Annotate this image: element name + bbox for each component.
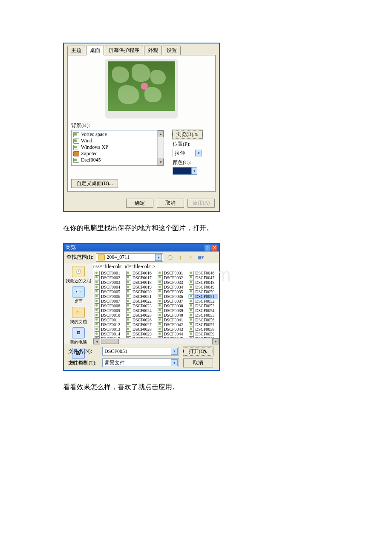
file-item[interactable]: DSCF0046 [188,271,218,275]
close-icon[interactable]: ✕ [211,245,217,251]
file-type-select[interactable]: 背景文件 ▾ [102,358,179,367]
scroll-up-icon[interactable]: ▴ [158,130,164,137]
tab-screensaver[interactable]: 屏幕保护程序 [105,46,143,55]
file-item[interactable]: DSCF0012 [94,322,124,327]
file-item[interactable]: DSCF0010 [94,313,124,318]
file-item[interactable]: DSCF0018 [126,280,156,285]
file-item[interactable]: DSCF0047 [188,275,218,280]
file-item[interactable]: DSCF0058 [188,327,218,332]
sidebar-item-computer[interactable]: 🖥我的电脑 [70,327,87,345]
file-item[interactable]: DSCF0001 [94,271,124,275]
look-in-select[interactable]: 2004_0711 ▾ [96,253,163,262]
file-item[interactable]: DSCF0016 [126,271,156,275]
file-item[interactable]: DSCF0036 [157,294,187,299]
chevron-down-icon[interactable]: ▾ [191,168,197,174]
file-item[interactable]: DSCF0024 [126,308,156,313]
file-item[interactable]: DSCF0003 [94,280,124,285]
scrollbar-vertical[interactable]: ▴ ▾ [157,130,164,165]
file-item[interactable]: DSCF0051 [188,294,218,299]
file-item[interactable]: DSCF0043 [157,327,187,332]
scroll-thumb[interactable] [101,339,119,344]
list-item[interactable]: Zapotec [72,150,163,157]
file-item[interactable]: DSCF0038 [157,304,187,308]
file-item[interactable]: DSCF0059 [188,332,218,336]
file-item[interactable]: DSCF0032 [157,275,187,280]
views-icon[interactable]: ▦▾ [196,253,205,262]
file-item[interactable]: DSCF0008 [94,304,124,308]
file-item[interactable]: DSCF0020 [126,289,156,294]
new-folder-icon[interactable]: ✧ [186,253,195,262]
file-item[interactable]: DSCF0040 [157,313,187,318]
browse-button[interactable]: 浏览(B)...↖ [173,130,202,139]
file-item[interactable]: DSCF0023 [126,304,156,308]
file-item[interactable]: DSCF0009 [94,308,124,313]
file-item[interactable]: DSCF0002 [94,275,124,280]
file-item[interactable]: DSCF0037 [157,299,187,304]
scrollbar-horizontal[interactable]: ◂ ▸ [93,338,219,344]
list-item[interactable]: Wind [72,138,163,144]
tab-themes[interactable]: 主题 [67,46,85,55]
file-item[interactable]: DSCF0027 [126,322,156,327]
customize-desktop-button[interactable]: 自定义桌面(D)... [71,179,118,188]
file-item[interactable]: DSCF0028 [126,327,156,332]
tab-appearance[interactable]: 外观 [144,46,162,55]
file-item[interactable]: DSCF0033 [157,280,187,285]
scroll-down-icon[interactable]: ▾ [158,159,164,165]
tab-desktop[interactable]: 桌面 [86,46,104,55]
file-item[interactable]: DSCF0021 [126,294,156,299]
file-item[interactable]: DSCF0054 [188,308,218,313]
file-item[interactable]: DSCF0026 [126,318,156,322]
file-item[interactable]: DSCF0057 [188,322,218,327]
file-item[interactable]: DSCF0007 [94,299,124,304]
cancel-button[interactable]: 取消 [157,199,184,208]
file-item[interactable]: DSCF0039 [157,308,187,313]
file-item[interactable]: DSCF0014 [94,332,124,336]
file-item[interactable]: DSCF0042 [157,322,187,327]
tab-settings[interactable]: 设置 [163,46,181,55]
file-list-area[interactable]: css="file-cols" id="file-cols"> DSCF0001… [93,263,219,344]
list-item[interactable]: Dscf0045 [72,157,163,163]
help-icon[interactable]: ? [205,245,210,251]
dialog-titlebar[interactable]: 浏览 ? ✕ [64,244,219,251]
file-item[interactable]: DSCF0053 [188,304,218,308]
file-item[interactable]: DSCF0055 [188,313,218,318]
file-item[interactable]: DSCF0005 [94,289,124,294]
file-item[interactable]: DSCF0048 [188,280,218,285]
file-item[interactable]: DSCF0044 [157,332,187,336]
list-item[interactable]: Vortec space [72,131,163,138]
sidebar-item-documents[interactable]: 📁我的文档 [70,307,87,325]
list-item[interactable]: Windows XP [72,144,163,150]
scroll-left-icon[interactable]: ◂ [93,338,100,344]
chevron-down-icon[interactable]: ▾ [195,150,202,156]
file-item[interactable]: DSCF0011 [94,318,124,322]
open-button[interactable]: 打开(O)↖ [183,347,213,356]
sidebar-item-recent[interactable]: 🕓我最近的文档 [66,266,91,284]
file-item[interactable]: DSCF0031 [157,271,187,275]
background-listbox[interactable]: Vortec space Wind Windows XP Zapotec Dsc… [71,130,164,166]
apply-button[interactable]: 应用(A) [187,199,215,208]
file-item[interactable]: DSCF0052 [188,299,218,304]
file-item[interactable]: DSCF0056 [188,318,218,322]
back-icon[interactable]: ◯ [166,253,174,262]
file-item[interactable]: DSCF0029 [126,332,156,336]
file-item[interactable]: DSCF0004 [94,285,124,289]
sidebar-item-desktop[interactable]: 🖵桌面 [72,286,85,304]
file-item[interactable]: DSCF0049 [188,285,218,289]
file-item[interactable]: DSCF0050 [188,289,218,294]
file-item[interactable]: DSCF0019 [126,285,156,289]
chevron-down-icon[interactable]: ▾ [171,359,178,366]
file-item[interactable]: DSCF0017 [126,275,156,280]
chevron-down-icon[interactable]: ▾ [171,348,178,355]
scroll-right-icon[interactable]: ▸ [212,338,219,344]
file-name-input[interactable]: DSCF0051 ▾ [102,347,179,356]
file-item[interactable]: DSCF0041 [157,318,187,322]
ok-button[interactable]: 确定 [126,199,153,208]
position-select[interactable]: 拉伸 ▾ [173,149,203,157]
file-item[interactable]: DSCF0022 [126,299,156,304]
chevron-down-icon[interactable]: ▾ [155,254,162,261]
file-item[interactable]: DSCF0034 [157,285,187,289]
file-item[interactable]: DSCF0035 [157,289,187,294]
color-picker[interactable]: ▾ [173,167,197,175]
up-folder-icon[interactable]: ⭱ [176,253,184,262]
file-item[interactable]: DSCF0013 [94,327,124,332]
